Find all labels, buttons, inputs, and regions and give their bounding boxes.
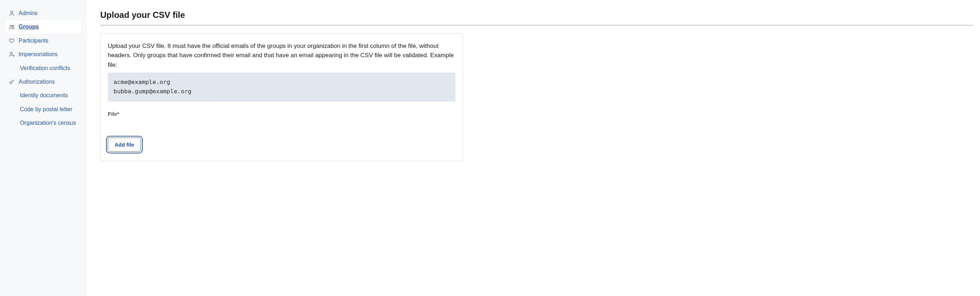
add-file-button[interactable]: Add file xyxy=(108,138,141,152)
sidebar-item-label: Admins xyxy=(19,9,37,17)
sidebar-item-label: Participants xyxy=(19,37,49,45)
sidebar: Admins Groups Participants Impersonation… xyxy=(0,0,87,296)
sidebar-item-label: Identity documents xyxy=(20,91,68,99)
sidebar-item-label: Groups xyxy=(19,23,39,31)
file-field-label: File* xyxy=(108,111,455,117)
upload-description: Upload your CSV file. It must have the o… xyxy=(108,42,455,70)
svg-point-3 xyxy=(10,52,13,54)
sidebar-item-label: Verification conflicts xyxy=(20,64,70,72)
svg-point-1 xyxy=(10,25,12,27)
sidebar-item-impersonations[interactable]: Impersonations xyxy=(5,48,82,61)
sidebar-item-code-by-postal-letter[interactable]: Code by postal letter xyxy=(20,102,82,116)
main-content: Upload your CSV file Upload your CSV fil… xyxy=(87,0,980,296)
heart-icon xyxy=(9,38,15,44)
user-plus-icon xyxy=(9,51,15,58)
svg-point-2 xyxy=(13,25,14,27)
sidebar-item-label: Code by postal letter xyxy=(20,106,72,113)
upload-card: Upload your CSV file. It must have the o… xyxy=(100,33,463,161)
page-title: Upload your CSV file xyxy=(100,10,973,20)
sidebar-item-identity-documents[interactable]: Identity documents xyxy=(20,89,82,102)
example-file-block: acme@example.org bubba.gump@example.org xyxy=(108,72,455,102)
sidebar-item-label: Organization's census xyxy=(20,119,76,127)
sidebar-item-authorizations[interactable]: Authorizations xyxy=(5,75,82,89)
sidebar-item-label: Authorizations xyxy=(19,78,55,86)
sidebar-item-label: Impersonations xyxy=(19,50,57,58)
sidebar-item-verification-conflicts[interactable]: Verification conflicts xyxy=(20,61,82,75)
key-icon xyxy=(9,78,15,85)
user-icon xyxy=(9,10,15,16)
users-icon xyxy=(9,24,15,30)
sidebar-item-organizations-census[interactable]: Organization's census xyxy=(20,116,82,130)
sidebar-item-groups[interactable]: Groups xyxy=(5,20,82,34)
sidebar-item-admins[interactable]: Admins xyxy=(5,6,82,20)
svg-point-0 xyxy=(11,11,13,13)
sidebar-item-participants[interactable]: Participants xyxy=(5,34,82,48)
divider xyxy=(100,25,973,26)
